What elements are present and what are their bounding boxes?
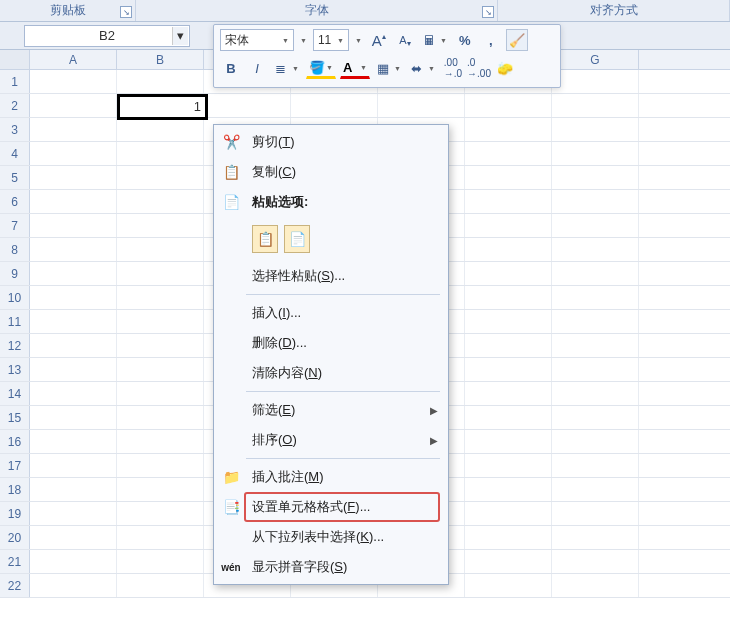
menu-insert[interactable]: 插入(I)...: [214, 298, 448, 328]
cell[interactable]: [465, 430, 552, 453]
cell[interactable]: [552, 526, 639, 549]
menu-clear[interactable]: 清除内容(N): [214, 358, 448, 388]
row-header[interactable]: 17: [0, 454, 30, 477]
cell[interactable]: [552, 382, 639, 405]
cell[interactable]: [117, 310, 204, 333]
decrease-font-button[interactable]: A▾: [394, 29, 416, 51]
cell[interactable]: [117, 382, 204, 405]
cell[interactable]: [117, 238, 204, 261]
cell[interactable]: [465, 166, 552, 189]
menu-copy[interactable]: 📋 复制(C): [214, 157, 448, 187]
cell[interactable]: [552, 142, 639, 165]
row-header[interactable]: 14: [0, 382, 30, 405]
cell[interactable]: [117, 502, 204, 525]
accounting-format-button[interactable]: 🖩▼: [420, 29, 450, 51]
menu-show-phonetic[interactable]: wén 显示拼音字段(S): [214, 552, 448, 582]
cell[interactable]: [30, 574, 117, 597]
cell[interactable]: [465, 550, 552, 573]
row-header[interactable]: 7: [0, 214, 30, 237]
cell[interactable]: [552, 262, 639, 285]
cell[interactable]: [117, 118, 204, 141]
cell[interactable]: [30, 94, 117, 117]
name-box-dropdown-icon[interactable]: ▾: [172, 27, 188, 45]
cell[interactable]: [465, 262, 552, 285]
row-header[interactable]: 11: [0, 310, 30, 333]
cell[interactable]: [30, 502, 117, 525]
cell[interactable]: [378, 94, 465, 117]
menu-sort[interactable]: 排序(O) ▶: [214, 425, 448, 455]
cell[interactable]: [552, 478, 639, 501]
menu-insert-comment[interactable]: 📁 插入批注(M): [214, 462, 448, 492]
col-header[interactable]: B: [117, 50, 204, 69]
cell[interactable]: [117, 70, 204, 93]
cell[interactable]: [30, 334, 117, 357]
name-box[interactable]: B2 ▾: [24, 25, 190, 47]
cell[interactable]: [30, 214, 117, 237]
font-color-button[interactable]: A▼: [340, 57, 370, 79]
cell[interactable]: [552, 550, 639, 573]
cell[interactable]: [117, 166, 204, 189]
row-header[interactable]: 5: [0, 166, 30, 189]
menu-paste-special[interactable]: 选择性粘贴(S)...: [214, 261, 448, 291]
cell[interactable]: [552, 238, 639, 261]
cell[interactable]: [30, 430, 117, 453]
cell[interactable]: [30, 478, 117, 501]
cell[interactable]: [465, 142, 552, 165]
cell[interactable]: [465, 310, 552, 333]
menu-filter[interactable]: 筛选(E) ▶: [214, 395, 448, 425]
paste-option-normal[interactable]: 📋: [252, 225, 278, 253]
decrease-decimal-button[interactable]: .00→.0: [442, 57, 464, 79]
italic-button[interactable]: I: [246, 57, 268, 79]
row-header[interactable]: 13: [0, 358, 30, 381]
cell[interactable]: [552, 454, 639, 477]
row-header[interactable]: 4: [0, 142, 30, 165]
cell[interactable]: [552, 430, 639, 453]
cell[interactable]: [465, 334, 552, 357]
clipboard-dialog-launcher-icon[interactable]: ↘: [120, 6, 132, 18]
cell[interactable]: [552, 502, 639, 525]
increase-decimal-button[interactable]: .0→.00: [468, 57, 490, 79]
cell[interactable]: [30, 454, 117, 477]
cell[interactable]: [30, 190, 117, 213]
cell[interactable]: [117, 526, 204, 549]
merge-button[interactable]: ⬌▼: [408, 57, 438, 79]
cell[interactable]: [117, 142, 204, 165]
cell[interactable]: [465, 286, 552, 309]
cell[interactable]: [30, 166, 117, 189]
cell[interactable]: [465, 214, 552, 237]
row-header[interactable]: 10: [0, 286, 30, 309]
cell[interactable]: [465, 574, 552, 597]
cell[interactable]: [30, 550, 117, 573]
row-header[interactable]: 12: [0, 334, 30, 357]
cell[interactable]: [117, 406, 204, 429]
row-header[interactable]: 3: [0, 118, 30, 141]
cell[interactable]: [30, 238, 117, 261]
cell[interactable]: [30, 526, 117, 549]
cell[interactable]: [552, 286, 639, 309]
row-header[interactable]: 8: [0, 238, 30, 261]
row-header[interactable]: 2: [0, 94, 30, 117]
align-center-button[interactable]: ≣▼: [272, 57, 302, 79]
cell[interactable]: [117, 262, 204, 285]
font-size-select[interactable]: 11 ▼: [313, 29, 349, 51]
cell[interactable]: [117, 334, 204, 357]
clear-format-button[interactable]: 🧽: [494, 57, 516, 79]
cell[interactable]: [552, 190, 639, 213]
cell[interactable]: [117, 454, 204, 477]
row-header[interactable]: 22: [0, 574, 30, 597]
chevron-down-icon[interactable]: ▼: [298, 37, 309, 44]
cell[interactable]: [117, 358, 204, 381]
cell[interactable]: [30, 262, 117, 285]
cell[interactable]: [465, 526, 552, 549]
cell[interactable]: [465, 382, 552, 405]
row-header[interactable]: 9: [0, 262, 30, 285]
cell[interactable]: [30, 406, 117, 429]
cell[interactable]: [117, 190, 204, 213]
menu-cut[interactable]: ✂️ 剪切(T): [214, 127, 448, 157]
cell[interactable]: [552, 118, 639, 141]
cell[interactable]: [465, 118, 552, 141]
row-header[interactable]: 1: [0, 70, 30, 93]
cell[interactable]: [552, 70, 639, 93]
comma-format-button[interactable]: ,: [480, 29, 502, 51]
cell[interactable]: [465, 358, 552, 381]
